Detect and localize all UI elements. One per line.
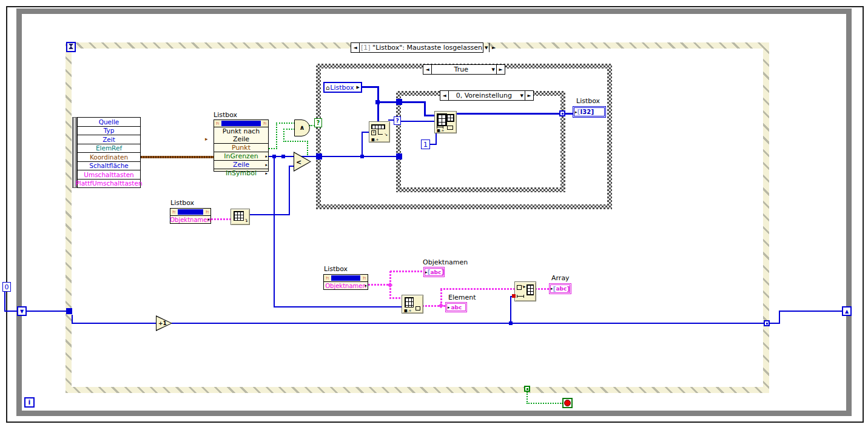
element-out-icon — [415, 306, 420, 311]
output-arrow-icon: ▸ — [207, 217, 210, 222]
event-timeout-terminal[interactable] — [66, 42, 76, 52]
tunnel-zeile-true-case[interactable] — [316, 153, 322, 160]
property-objektnamen-row[interactable]: Objektnamen▸ — [170, 216, 210, 223]
true-dropdown-icon[interactable]: ▼ — [492, 67, 495, 72]
index-box-icon — [447, 126, 453, 130]
and-glyph: ∧ — [300, 124, 305, 132]
inner-case-header[interactable]: ◄ 0, Voreinstellung ▼ ► — [440, 90, 534, 101]
constant-zero[interactable]: 0 — [2, 282, 11, 292]
element-indicator-label: Element — [448, 294, 476, 301]
listbox-terminal-label: Listbox — [576, 97, 600, 105]
inner-case-label[interactable]: 0, Voreinstellung — [449, 92, 519, 99]
array-indicator-label: Array — [551, 274, 570, 282]
tunnel-inner-case-out[interactable] — [559, 110, 565, 116]
invoke-param-row[interactable]: InSymbol▸ — [214, 169, 268, 177]
constant-one[interactable]: 1 — [421, 139, 430, 149]
event-data-row[interactable]: Typ — [78, 127, 140, 136]
true-case-selector[interactable]: ? — [314, 118, 322, 127]
event-data-row[interactable]: Koordinaten — [78, 153, 140, 162]
increment-node[interactable]: +1 — [156, 315, 172, 331]
hourglass-icon — [69, 44, 73, 49]
refnum-out-icon: ?! — [204, 209, 210, 215]
event-data-row[interactable]: Umschalttasten — [78, 170, 140, 180]
tunnel-zeile-inner-case[interactable] — [396, 153, 402, 160]
true-case-header[interactable]: ◄ True ▼ ► — [423, 64, 505, 75]
invoke-node-label: Listbox — [214, 111, 237, 119]
found-arrow-icon: ↘ — [384, 132, 388, 137]
true-prev-icon[interactable]: ◄ — [423, 65, 432, 74]
coercion-dot — [512, 294, 516, 298]
event-data-row[interactable]: Zeit — [78, 135, 140, 144]
array-grid-icon — [405, 297, 414, 307]
property-node-bottom-label: Listbox — [324, 265, 348, 273]
event-data-row[interactable]: ElemRef — [78, 144, 140, 153]
event-data-row[interactable]: Schaltfläche — [78, 162, 140, 171]
initialize-array-node[interactable]: ·▸ { — [514, 281, 536, 301]
read-arrow-icon: ▶ — [357, 85, 360, 90]
event-data-node-spine — [72, 117, 77, 188]
refnum-in-icon: ?! — [324, 275, 331, 281]
index-array-node[interactable]: ■.+ — [402, 295, 423, 314]
local-variable-listbox[interactable]: ⌂ Listbox ▶ — [323, 82, 362, 93]
iteration-terminal[interactable]: i — [24, 397, 35, 408]
event-case-label[interactable]: [1] "Listbox": Maustaste losgelassen — [360, 44, 483, 52]
local-variable-name: Listbox — [330, 84, 354, 92]
event-prev-icon[interactable]: ◄ — [351, 43, 360, 52]
size-arrow-icon: ↴ — [244, 218, 248, 223]
event-dropdown-icon[interactable]: ▼ — [485, 45, 488, 50]
property-node-mid-label: Listbox — [170, 199, 194, 207]
tunnel-iteration-in[interactable] — [66, 308, 72, 314]
array-strip-icon — [371, 124, 385, 129]
house-icon: ⌂ — [326, 84, 329, 91]
tunnel-stop-boolean[interactable] — [524, 386, 530, 392]
refnum-out-icon: ?! — [361, 275, 368, 281]
inner-case-selector[interactable]: ? — [394, 116, 401, 125]
delete-from-array-node[interactable]: ■.+ — [434, 111, 457, 133]
search-1d-array-node[interactable]: ✕ ↘ ■.+ — [369, 121, 390, 143]
increment-glyph: +1 — [158, 320, 167, 326]
objektnamen-indicator[interactable]: ▸ [ abc ] — [423, 267, 445, 277]
deleted-portion-icon — [446, 114, 454, 122]
invoke-node-class-bar — [221, 121, 261, 126]
inner-dropdown-icon[interactable]: ▼ — [520, 93, 523, 98]
punkt-input-arrow-icon: ▸ — [205, 136, 208, 142]
output-arrow-icon: ▸ — [265, 154, 267, 159]
invoke-param-row[interactable]: InGrenzen▸ — [214, 152, 268, 161]
invoke-node-header: ?! ?! — [214, 120, 268, 127]
array-grid-icon — [234, 211, 244, 221]
event-structure-header[interactable]: ◄ [1] "Listbox": Maustaste losgelassen ▼… — [351, 42, 483, 53]
invoke-param-row[interactable]: Punkt — [214, 144, 268, 152]
loop-condition-terminal[interactable] — [562, 398, 573, 408]
true-case-label[interactable]: True — [432, 66, 491, 73]
property-objektnamen-row[interactable]: Objektnamen▸ — [324, 282, 368, 289]
terminal-type: I32 — [580, 109, 591, 115]
refnum-in-icon: ?! — [214, 120, 221, 127]
inner-next-icon[interactable]: ► — [525, 91, 533, 100]
array-indicator[interactable]: ▸ [ abc ] — [549, 283, 571, 294]
tunnel-iteration-out[interactable] — [764, 320, 770, 326]
event-data-node[interactable]: QuelleTypZeitElemRefKoordinatenSchaltflä… — [77, 117, 141, 188]
invoke-node-listbox[interactable]: ?! ?! Punkt nach Zeile PunktInGrenzen▸Ze… — [214, 119, 269, 172]
array-size-node[interactable]: ↴ — [230, 209, 250, 225]
property-node-bottom[interactable]: ?! ?! Objektnamen▸ — [323, 274, 368, 290]
true-next-icon[interactable]: ► — [496, 65, 505, 74]
sink-arrow-icon: ▸ — [448, 305, 450, 310]
event-data-row[interactable]: PlattfUmschalttasten — [78, 180, 140, 188]
tunnel-selection-inner-case[interactable] — [396, 99, 402, 105]
shift-register-right[interactable]: ▲ — [842, 306, 852, 316]
inner-prev-icon[interactable]: ◄ — [440, 91, 449, 100]
listbox-i32-terminal[interactable]: ▸ [ I32 ] — [573, 106, 606, 118]
into-arrow-icon: ·▸ — [522, 284, 526, 289]
invoke-param-row[interactable]: Zeile▸ — [214, 161, 268, 169]
less-than-node[interactable]: < — [294, 152, 311, 172]
property-node-mid[interactable]: ?! ?! Objektnamen▸ — [170, 208, 211, 224]
shift-register-left[interactable]: ▼ — [17, 306, 27, 316]
event-next-icon[interactable]: ► — [489, 43, 497, 52]
output-arrow-icon: ▸ — [365, 283, 367, 288]
event-data-row[interactable]: Quelle — [78, 118, 140, 127]
element-indicator[interactable]: ▸ abc — [445, 302, 467, 312]
output-arrow-icon: ▸ — [265, 163, 267, 167]
less-glyph: < — [296, 158, 301, 166]
stop-sign-icon — [564, 400, 571, 406]
invoke-method-row[interactable]: Punkt nach Zeile — [214, 127, 268, 144]
